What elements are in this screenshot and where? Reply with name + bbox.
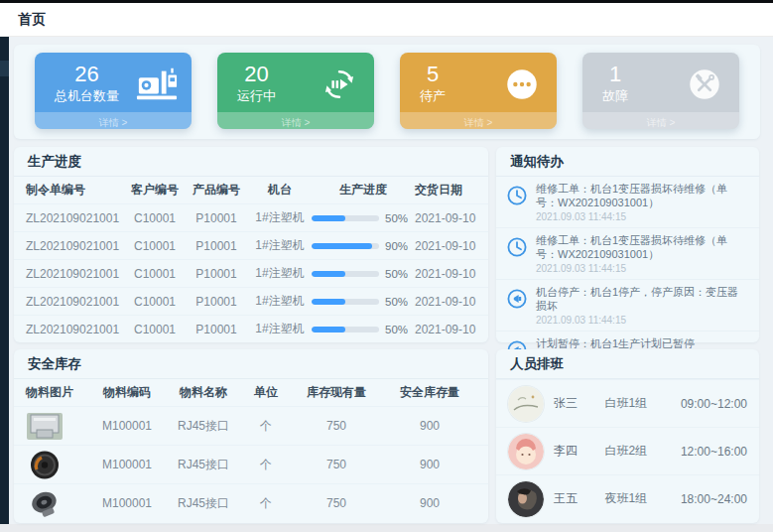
progress-bar-fill xyxy=(312,271,345,277)
app-header: 首页 xyxy=(0,3,773,37)
notification-text: 维修工单：机台1变压器损坏待维修（单号：WX202109031001） xyxy=(536,182,749,209)
fault-detail-link[interactable]: 详情 > xyxy=(647,117,676,128)
running-value: 20 xyxy=(237,62,276,87)
notification-item[interactable]: 维修工单：机台1变压器损坏待维修（单号：WX202109031001） 2021… xyxy=(496,228,759,280)
avatar xyxy=(508,386,544,422)
clock-icon xyxy=(506,236,528,258)
fault-label: 故障 xyxy=(602,87,628,105)
notification-time: 2021.09.03 11:44:15 xyxy=(536,210,749,223)
running-detail-link[interactable]: 详情 > xyxy=(282,117,311,128)
notification-body: 机台停产：机台1停产，停产原因：变压器损坏 2021.09.03 11:44:1… xyxy=(536,285,749,327)
col-safety-stock: 安全库存量 xyxy=(383,384,476,401)
product-no: P10001 xyxy=(185,239,248,253)
schedule-row: 王五 夜班1组 18:00~24:00 xyxy=(496,474,759,522)
notifications-panel: 通知待办 维修工单：机台1变压器损坏待维修（单号：WX202109031001）… xyxy=(496,147,759,342)
avatar xyxy=(508,481,544,517)
product-no: P10001 xyxy=(185,267,248,281)
progress-bar-fill xyxy=(312,215,345,221)
production-panel-title: 生产进度 xyxy=(14,147,488,177)
material-code: M100001 xyxy=(89,419,165,433)
material-image-cell xyxy=(26,450,89,480)
product-no: P10001 xyxy=(185,211,248,225)
customer-no: C10001 xyxy=(125,267,185,281)
notification-body: 维修工单：机台1变压器损坏待维修（单号：WX202109031001） 2021… xyxy=(536,182,749,223)
stock-on-hand: 750 xyxy=(290,458,383,471)
order-no: ZL202109021001 xyxy=(26,295,125,309)
machine-name: 1#注塑机 xyxy=(248,293,312,310)
col-delivery-date: 交货日期 xyxy=(415,182,476,199)
notification-text: 计划暂停：机台1生产计划已暂停 xyxy=(536,336,695,350)
progress-cell: 50% xyxy=(312,212,415,224)
card-waiting[interactable]: 5 待产 详情 > xyxy=(400,53,557,129)
col-machine: 机台 xyxy=(248,182,312,199)
total-machines-value: 26 xyxy=(55,62,119,87)
avatar-image-cartoon xyxy=(508,434,544,469)
machine-name: 1#注塑机 xyxy=(248,265,312,282)
card-total-machines[interactable]: 26 总机台数量 详情 > xyxy=(35,53,192,129)
running-label: 运行中 xyxy=(237,87,276,105)
customer-no: C10001 xyxy=(125,239,185,253)
progress-bar-track xyxy=(312,271,379,277)
col-order-no: 制令单编号 xyxy=(26,182,125,199)
progress-bar-track xyxy=(312,327,379,332)
shift-time: 09:00~12:00 xyxy=(681,397,747,411)
waiting-detail-link[interactable]: 详情 > xyxy=(464,117,493,128)
inventory-table-header: 物料图片 物料编码 物料名称 单位 库存现有量 安全库存量 xyxy=(14,379,488,406)
safety-stock: 900 xyxy=(383,458,476,471)
delivery-date: 2021-09-10 xyxy=(415,239,476,253)
progress-bar-track xyxy=(312,215,379,221)
order-no: ZL202109021001 xyxy=(26,239,125,253)
person-name: 张三 xyxy=(554,395,605,412)
notification-item[interactable]: 维修工单：机台1变压器损坏待维修（单号：WX202109031001） 2021… xyxy=(496,177,759,228)
breadcrumb: 首页 xyxy=(18,11,46,29)
shift-label: 白班1组 xyxy=(605,395,681,412)
notification-time: 2021.09.03 11:44:15 xyxy=(536,314,749,327)
production-progress-panel: 生产进度 制令单编号 客户编号 产品编号 机台 生产进度 交货日期 ZL2021… xyxy=(14,147,488,342)
col-unit: 单位 xyxy=(242,384,290,401)
progress-percent: 50% xyxy=(385,268,408,280)
fault-value: 1 xyxy=(602,62,628,87)
progress-bar-track xyxy=(312,243,379,249)
waiting-value: 5 xyxy=(420,62,446,87)
rj45-connector-image xyxy=(26,411,64,442)
material-name: RJ45接口 xyxy=(165,495,242,512)
progress-cell: 50% xyxy=(312,324,415,335)
card-text: 20 运行中 xyxy=(237,62,276,105)
order-no: ZL202109021001 xyxy=(26,211,125,225)
total-machines-detail-link[interactable]: 详情 > xyxy=(99,117,128,128)
col-material-image: 物料图片 xyxy=(26,384,89,401)
col-progress: 生产进度 xyxy=(312,182,415,199)
material-image-cell xyxy=(26,488,89,519)
notification-item[interactable]: 机台停产：机台1停产，停产原因：变压器损坏 2021.09.03 11:44:1… xyxy=(496,280,759,332)
machine-name: 1#注塑机 xyxy=(248,209,312,226)
col-material-name: 物料名称 xyxy=(165,384,242,401)
progress-bar-fill xyxy=(312,243,372,249)
card-running[interactable]: 20 运行中 详情 > xyxy=(217,53,374,129)
personnel-schedule-panel: 人员排班 张三 白班1组 09:00~12:00 xyxy=(496,349,759,523)
shift-time: 18:00~24:00 xyxy=(681,492,747,506)
dashboard-screen: 首页 26 总机台数量 详情 > xyxy=(0,0,773,532)
progress-bar-fill xyxy=(312,299,345,305)
customer-no: C10001 xyxy=(125,323,185,336)
material-name: RJ45接口 xyxy=(165,418,242,435)
stat-cards-panel: 26 总机台数量 详情 > 20 运行中 xyxy=(14,45,760,139)
material-code: M100001 xyxy=(89,458,165,471)
collapsed-sidebar[interactable] xyxy=(0,37,9,524)
material-name: RJ45接口 xyxy=(165,457,242,473)
card-footer: 详情 > xyxy=(400,112,557,129)
inventory-panel-title: 安全库存 xyxy=(14,349,488,379)
progress-percent: 90% xyxy=(385,240,408,252)
machine-icon xyxy=(136,66,178,103)
col-stock-on-hand: 库存现有量 xyxy=(290,384,383,401)
unit: 个 xyxy=(242,418,290,435)
production-row: ZL202109021001 C10001 P10001 1#注塑机 50% 2… xyxy=(14,315,488,342)
customer-no: C10001 xyxy=(125,295,185,309)
safety-stock-panel: 安全库存 物料图片 物料编码 物料名称 单位 库存现有量 安全库存量 M1000… xyxy=(14,349,488,523)
production-row: ZL202109021001 C10001 P10001 1#注塑机 50% 2… xyxy=(14,287,488,315)
card-text: 5 待产 xyxy=(420,62,446,105)
card-footer: 详情 > xyxy=(582,112,739,129)
safety-stock: 900 xyxy=(383,419,476,433)
speaker-icon xyxy=(506,288,528,310)
card-fault[interactable]: 1 故障 详情 > xyxy=(582,53,739,129)
machine-name: 1#注塑机 xyxy=(248,321,312,337)
